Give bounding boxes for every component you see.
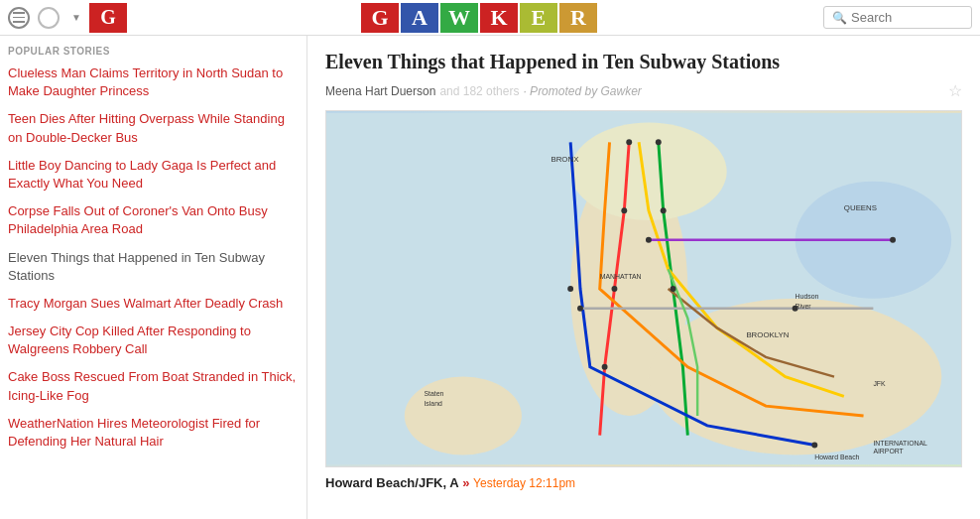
main-content: POPULAR STORIES Clueless Man Claims Terr…: [0, 36, 980, 519]
article-promoted: · Promoted by Gawker: [523, 84, 641, 98]
story-link-8[interactable]: Cake Boss Rescued From Boat Stranded in …: [8, 368, 299, 404]
svg-point-12: [671, 286, 676, 292]
svg-text:Howard Beach: Howard Beach: [814, 454, 859, 460]
logo-a: A: [401, 3, 438, 33]
search-box[interactable]: 🔍: [823, 6, 972, 29]
article-author: Meena Hart Duerson: [325, 84, 435, 98]
svg-text:BRONX: BRONX: [551, 155, 579, 164]
top-nav: ▼ G G A W K E R 🔍: [0, 0, 980, 36]
article-likes: and 182 others: [439, 84, 519, 98]
svg-point-10: [656, 139, 662, 145]
svg-text:Island: Island: [424, 400, 442, 407]
svg-point-8: [612, 286, 618, 292]
svg-text:JFK: JFK: [873, 380, 886, 387]
sidebar: POPULAR STORIES Clueless Man Claims Terr…: [0, 36, 307, 519]
svg-text:Hudson: Hudson: [796, 293, 819, 300]
article-footer: Howard Beach/JFK, A » Yesterday 12:11pm: [325, 475, 962, 490]
story-link-1[interactable]: Clueless Man Claims Territory in North S…: [8, 65, 299, 100]
svg-point-2: [649, 299, 941, 455]
article-meta: Meena Hart Duerson and 182 others · Prom…: [325, 81, 962, 100]
svg-text:BROOKLYN: BROOKLYN: [746, 330, 789, 339]
hamburger-line-3: [13, 21, 25, 23]
star-icon[interactable]: ☆: [948, 81, 962, 100]
hamburger-line-2: [13, 17, 25, 19]
svg-point-11: [661, 207, 667, 213]
svg-text:Staten: Staten: [424, 390, 443, 397]
logo-e: E: [520, 3, 557, 33]
svg-point-13: [567, 286, 573, 292]
story-link-2[interactable]: Teen Dies After Hitting Overpass While S…: [8, 110, 299, 146]
article-title: Eleven Things that Happened in Ten Subwa…: [325, 51, 962, 73]
svg-point-16: [646, 237, 652, 243]
svg-point-14: [577, 306, 583, 312]
footer-time: Yesterday 12:11pm: [473, 476, 575, 490]
logo-k: K: [480, 3, 518, 33]
svg-point-17: [890, 237, 896, 243]
subway-map: BRONX MANHATTAN BROOKLYN QUEENS Hudson R…: [325, 110, 962, 467]
search-input[interactable]: [851, 10, 963, 25]
story-link-6[interactable]: Tracy Morgan Sues Walmart After Deadly C…: [8, 295, 299, 313]
svg-point-4: [405, 377, 522, 455]
nav-icons: ▼: [8, 7, 81, 29]
hamburger-button[interactable]: [8, 7, 30, 29]
g-logo[interactable]: G: [89, 3, 127, 33]
svg-text:AIRPORT: AIRPORT: [873, 448, 904, 454]
subway-map-svg: BRONX MANHATTAN BROOKLYN QUEENS Hudson R…: [326, 111, 961, 466]
article-area: Eleven Things that Happened in Ten Subwa…: [307, 36, 980, 519]
svg-text:River: River: [796, 303, 812, 310]
hamburger-line-1: [13, 12, 25, 14]
story-link-3[interactable]: Little Boy Dancing to Lady Gaga Is Perfe…: [8, 157, 299, 193]
svg-point-9: [602, 364, 608, 370]
logo-r: R: [559, 3, 597, 33]
profile-icon[interactable]: [38, 7, 60, 29]
logo-g: G: [361, 3, 399, 33]
logo-w: W: [440, 3, 478, 33]
svg-point-6: [626, 139, 632, 145]
story-link-5[interactable]: Eleven Things that Happened in Ten Subwa…: [8, 249, 299, 285]
story-link-7[interactable]: Jersey City Cop Killed After Responding …: [8, 323, 299, 358]
svg-point-18: [811, 443, 817, 449]
gawker-logo: G A W K E R: [135, 3, 823, 33]
footer-arrow-link[interactable]: »: [462, 475, 469, 490]
footer-location: Howard Beach/JFK, A: [325, 475, 459, 490]
story-link-9[interactable]: WeatherNation Hires Meteorologist Fired …: [8, 415, 299, 451]
svg-text:MANHATTAN: MANHATTAN: [600, 273, 642, 280]
svg-text:INTERNATIONAL: INTERNATIONAL: [873, 440, 927, 447]
story-link-4[interactable]: Corpse Falls Out of Coroner's Van Onto B…: [8, 202, 299, 238]
dropdown-arrow-icon[interactable]: ▼: [71, 12, 81, 23]
svg-text:QUEENS: QUEENS: [844, 203, 877, 212]
popular-stories-label: POPULAR STORIES: [8, 46, 299, 57]
search-icon: 🔍: [832, 11, 847, 25]
svg-point-7: [621, 207, 627, 213]
article-meta-left: Meena Hart Duerson and 182 others · Prom…: [325, 84, 642, 98]
